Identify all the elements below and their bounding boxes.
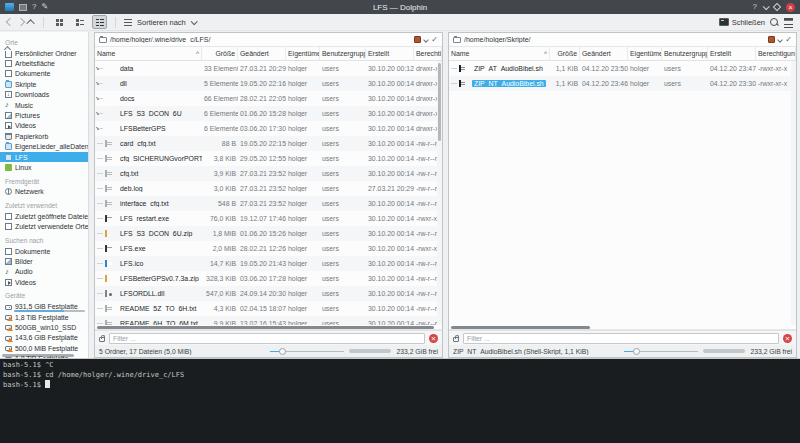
file-row-lfs-exe[interactable]: LFS.exe2,0 MiB28.02.21 12:26holgerusers3… bbox=[95, 241, 442, 256]
help-icon[interactable]: ? bbox=[32, 3, 36, 11]
column-header-name[interactable]: Name^ bbox=[95, 47, 202, 61]
expander-cell[interactable] bbox=[95, 97, 103, 101]
back-button[interactable] bbox=[6, 18, 14, 26]
titlebar-help-icon[interactable]: ? bbox=[753, 3, 757, 11]
file-name[interactable]: card_cfg.txt bbox=[116, 140, 202, 147]
expander-cell[interactable] bbox=[95, 82, 103, 86]
file-name[interactable]: LFS_restart.exe bbox=[116, 215, 202, 222]
sidebar-item-pictures[interactable]: Pictures bbox=[0, 110, 88, 120]
sidebar-item-1-8-tib-festplatte[interactable]: 1,8 TiB Festplatte bbox=[0, 312, 88, 322]
view-icons-button[interactable] bbox=[52, 15, 67, 29]
expander-cell[interactable] bbox=[95, 127, 103, 131]
file-name[interactable]: ZIP_AT_AudioBibel.sh bbox=[470, 65, 550, 72]
file-name[interactable]: LFSBetterGPS bbox=[116, 125, 202, 132]
file-row-dll[interactable]: dll5 Elemente19.05.20 22:16holgerusers30… bbox=[95, 76, 442, 91]
close-terminal-button[interactable]: Schließen bbox=[719, 18, 765, 27]
chevron-down-icon[interactable] bbox=[423, 37, 429, 43]
search-icon[interactable] bbox=[770, 18, 779, 27]
sidebar-item-audio[interactable]: Audio bbox=[0, 267, 88, 277]
file-row-deb-log[interactable]: deb.log3,0 KiB27.03.21 23:52holgerusers2… bbox=[95, 181, 442, 196]
column-header-name[interactable]: Name^ bbox=[449, 47, 550, 61]
file-name[interactable]: deb.log bbox=[116, 185, 202, 192]
file-row-docs[interactable]: docs66 Elemente28.02.21 22:05holgerusers… bbox=[95, 91, 442, 106]
file-name[interactable]: LFS.exe bbox=[116, 245, 202, 252]
close-filter-icon[interactable]: ✕ bbox=[429, 334, 438, 343]
file-name[interactable]: LFSORDLL.dll bbox=[116, 290, 202, 297]
lock-icon[interactable] bbox=[453, 337, 459, 342]
right-path[interactable]: /home/holger/Skripte/ bbox=[464, 36, 765, 43]
left-filter-input[interactable] bbox=[109, 333, 425, 344]
forward-button[interactable] bbox=[17, 18, 25, 26]
menu-icon[interactable] bbox=[784, 18, 793, 26]
sidebar-item-skripte[interactable]: Skripte bbox=[0, 79, 88, 89]
file-row-cfg-sicherungvorport-txt[interactable]: cfg_SICHERUNGvorPORT....txt3,8 KiB29.05.… bbox=[95, 151, 442, 166]
sidebar-item-downloads[interactable]: Downloads bbox=[0, 90, 88, 100]
left-path[interactable]: /home/holger/.wine/drive_c/LFS/ bbox=[110, 36, 411, 43]
column-header-benutzergruppe[interactable]: Benutzergruppe bbox=[662, 47, 708, 61]
file-row-data[interactable]: data33 Elemente27.03.21 20:29holgerusers… bbox=[95, 61, 442, 76]
sidebar-item-lfs[interactable]: LFS bbox=[0, 152, 88, 162]
left-location-bar[interactable]: /home/holger/.wine/drive_c/LFS/ ✓ bbox=[95, 33, 442, 47]
column-header-grö-e[interactable]: Größe bbox=[202, 47, 238, 61]
right-horizontal-scrollbar[interactable] bbox=[449, 325, 796, 330]
column-header-geändert[interactable]: Geändert bbox=[238, 47, 286, 61]
sidebar-item-931-5-gib-festplatte[interactable]: 931,5 GiB Festplatte bbox=[0, 301, 88, 311]
sidebar-item-zuletzt-geöffnete-dateien[interactable]: Zuletzt geöffnete Dateien bbox=[0, 211, 88, 221]
column-header-geändert[interactable]: Geändert bbox=[580, 47, 628, 61]
left-horizontal-scrollbar[interactable] bbox=[95, 325, 442, 330]
close-icon[interactable]: × bbox=[786, 3, 795, 12]
file-row-lfs-restart-exe[interactable]: LFS_restart.exe76,0 KiB19.12.07 17:46hol… bbox=[95, 211, 442, 226]
file-name[interactable]: dll bbox=[116, 80, 202, 87]
view-details-button[interactable] bbox=[92, 15, 107, 29]
file-name[interactable]: README_5Z_TO_6H.txt bbox=[116, 305, 202, 312]
right-vertical-scrollbar[interactable] bbox=[791, 61, 796, 325]
right-zoom-slider[interactable] bbox=[624, 347, 698, 356]
close-filter-icon[interactable]: ✕ bbox=[783, 334, 792, 343]
sidebar-item-500gb-win10-ssd[interactable]: 500GB_win10_SSD bbox=[0, 322, 88, 332]
file-row-zip-at-audiobibel-sh[interactable]: ZIP_AT_AudioBibel.sh1,1 KiB04.12.20 23:5… bbox=[449, 61, 796, 76]
file-row-lfs-ico[interactable]: LFS.ico14,7 KiB19.05.20 21:43holgerusers… bbox=[95, 256, 442, 271]
sidebar-item-videos[interactable]: Videos bbox=[0, 121, 88, 131]
sidebar-item-bilder[interactable]: Bilder bbox=[0, 256, 88, 266]
location-badge-icon[interactable] bbox=[768, 36, 775, 43]
slider-handle[interactable] bbox=[633, 348, 640, 355]
sidebar-item-persönlicher-ordner[interactable]: Persönlicher Ordner bbox=[0, 48, 88, 58]
maximize-icon[interactable] bbox=[773, 3, 781, 11]
titlebar[interactable]: ? ✎ LFS — Dolphin ? × bbox=[0, 0, 800, 14]
column-header-erstellt[interactable]: Erstellt bbox=[708, 47, 756, 61]
file-name[interactable]: LFS.ico bbox=[116, 260, 202, 267]
file-row-interface-cfg-txt[interactable]: interface_cfg.txt548 B27.03.21 23:52holg… bbox=[95, 196, 442, 211]
split-check-icon[interactable]: ✓ bbox=[785, 36, 792, 44]
expander-cell[interactable] bbox=[95, 112, 103, 116]
right-filter-input[interactable] bbox=[463, 333, 779, 344]
file-name[interactable]: LFS_S3_DCON_6U bbox=[116, 110, 202, 117]
file-name[interactable]: data bbox=[116, 65, 202, 72]
split-check-icon[interactable]: ✓ bbox=[431, 36, 438, 44]
file-name[interactable]: docs bbox=[116, 95, 202, 102]
column-header-benutzergruppe[interactable]: Benutzergruppe bbox=[320, 47, 366, 61]
sidebar-item-videos[interactable]: Videos bbox=[0, 277, 88, 287]
sidebar-item-zuletzt-verwendete-orte[interactable]: Zuletzt verwendete Orte bbox=[0, 221, 88, 231]
expander-cell[interactable] bbox=[95, 67, 103, 71]
sidebar-item-dokumente[interactable]: Dokumente bbox=[0, 246, 88, 256]
file-row-zip-nt-audiobibel-sh[interactable]: ZIP_NT_AudioBibel.sh1,1 KiB04.12.20 23:4… bbox=[449, 76, 796, 91]
file-row-lfsbettergps[interactable]: LFSBetterGPS6 Elemente03.06.20 17:30holg… bbox=[95, 121, 442, 136]
right-location-bar[interactable]: /home/holger/Skripte/ ✓ bbox=[449, 33, 796, 47]
file-row-lfsbettergpsv0-7-3a-zip[interactable]: LFSBetterGPSv0.7.3a.zip328,3 KiB03.06.20… bbox=[95, 271, 442, 286]
sidebar-item-dokumente[interactable]: Dokumente bbox=[0, 69, 88, 79]
column-header-eigentümer[interactable]: Eigentümer bbox=[286, 47, 320, 61]
column-header-eigentümer[interactable]: Eigentümer bbox=[628, 47, 662, 61]
column-header-erstellt[interactable]: Erstellt bbox=[366, 47, 414, 61]
sidebar-item-netzwerk[interactable]: Netzwerk bbox=[0, 187, 88, 197]
column-header-grö-e[interactable]: Größe bbox=[550, 47, 580, 61]
chevron-down-icon[interactable] bbox=[777, 37, 783, 43]
file-row-card-cfg-txt[interactable]: card_cfg.txt88 B19.05.20 22:15holgeruser… bbox=[95, 136, 442, 151]
file-row-lfs-s3-dcon-6u[interactable]: LFS_S3_DCON_6U6 Elemente01.06.20 15:28ho… bbox=[95, 106, 442, 121]
file-row-readme-5z-to-6h-txt[interactable]: README_5Z_TO_6H.txt4,3 KiB02.04.15 18:07… bbox=[95, 301, 442, 316]
file-name[interactable]: interface_cfg.txt bbox=[116, 200, 202, 207]
left-vertical-scrollbar[interactable] bbox=[437, 61, 442, 325]
file-row-cfg-txt[interactable]: cfg.txt3,9 KiB27.03.21 23:52holgerusers3… bbox=[95, 166, 442, 181]
up-button[interactable] bbox=[26, 19, 34, 27]
sidebar-item-linux[interactable]: Linux bbox=[0, 162, 88, 172]
file-name[interactable]: LFSBetterGPSv0.7.3a.zip bbox=[116, 275, 202, 282]
